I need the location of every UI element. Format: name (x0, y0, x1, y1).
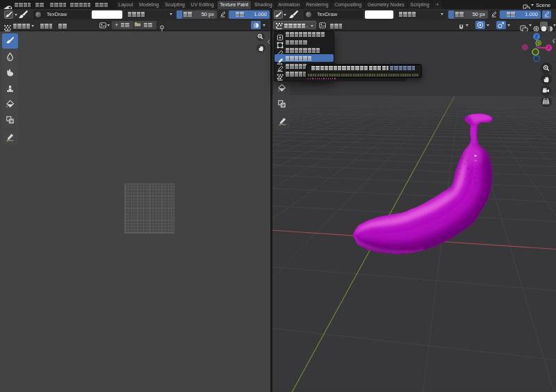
svg-text:X: X (547, 45, 550, 50)
svg-text:Z: Z (534, 34, 538, 39)
svg-text:Y: Y (537, 41, 539, 45)
